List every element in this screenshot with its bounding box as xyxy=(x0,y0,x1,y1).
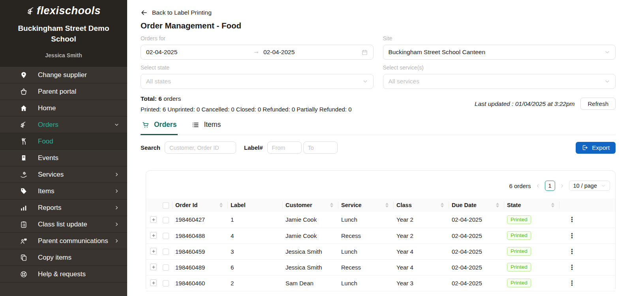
back-link[interactable]: Back to Label Printing xyxy=(141,9,212,16)
row-checkbox[interactable] xyxy=(163,264,169,271)
chevron-right-icon xyxy=(114,189,119,194)
row-checkbox[interactable] xyxy=(163,249,169,255)
state-breakdown: Printed: 6 Unprinted: 0 Cancelled: 0 Clo… xyxy=(141,106,352,113)
column-header[interactable]: Order Id xyxy=(172,198,227,212)
chevron-right-icon xyxy=(114,205,119,210)
search-label: Search xyxy=(141,144,160,151)
tag-icon xyxy=(19,187,28,195)
plus-icon xyxy=(151,281,156,285)
sidebar-item-label: Services xyxy=(38,171,64,179)
refresh-button[interactable]: Refresh xyxy=(580,98,616,110)
pagination-count: 6 orders xyxy=(509,183,531,189)
more-actions-icon[interactable]: ⋮ xyxy=(566,216,578,223)
sidebar-item[interactable]: Copy items xyxy=(0,249,127,266)
cell-order-id: 198460459 xyxy=(172,243,227,259)
label-to-input[interactable] xyxy=(303,141,338,154)
table-row: 198460489 6 Jessica Smith Recess Year 4 … xyxy=(146,259,615,275)
row-checkbox[interactable] xyxy=(163,280,169,287)
expand-row-button[interactable] xyxy=(150,264,157,270)
life-ring-icon xyxy=(19,270,28,278)
more-actions-icon[interactable]: ⋮ xyxy=(566,232,578,239)
site-field: Site Buckingham Street School Canteen xyxy=(383,30,616,60)
expand-row-button[interactable] xyxy=(150,216,157,223)
more-actions-icon[interactable]: ⋮ xyxy=(566,248,578,255)
expand-column-header xyxy=(146,198,160,212)
sort-icon[interactable] xyxy=(385,203,389,207)
sort-icon[interactable] xyxy=(220,203,223,207)
label-from-input[interactable] xyxy=(267,141,302,154)
column-header[interactable]: Customer xyxy=(282,198,338,212)
sidebar-item[interactable]: Change supplier xyxy=(0,67,127,83)
sidebar-item[interactable]: Services xyxy=(0,166,127,183)
select-all-checkbox[interactable] xyxy=(163,202,169,209)
services-select[interactable]: All services xyxy=(383,74,616,89)
tab[interactable]: Orders xyxy=(141,117,178,135)
tab[interactable]: Items xyxy=(190,117,222,135)
sidebar-item[interactable]: Home xyxy=(0,100,127,117)
date-from-input[interactable] xyxy=(146,49,253,56)
plus-icon xyxy=(151,217,156,222)
sort-icon[interactable] xyxy=(551,203,554,207)
cell-due-date: 02-04-2025 xyxy=(449,259,504,275)
sidebar-item[interactable]: Items xyxy=(0,183,127,200)
state-placeholder: All states xyxy=(146,78,171,85)
tab-label: Items xyxy=(204,121,221,129)
column-header[interactable]: State xyxy=(504,198,559,212)
date-range-picker[interactable] xyxy=(141,45,374,60)
expand-row-button[interactable] xyxy=(150,279,157,286)
sort-icon[interactable] xyxy=(441,203,444,207)
sidebar-item[interactable]: Reports xyxy=(0,200,127,216)
column-header[interactable]: Service xyxy=(338,198,393,212)
cell-customer: Jamie Cook xyxy=(282,228,338,243)
row-checkbox[interactable] xyxy=(163,217,169,223)
sidebar-item[interactable]: Events xyxy=(0,150,127,166)
cell-class: Year 2 xyxy=(393,228,449,243)
sidebar-item[interactable]: Help & requests xyxy=(0,266,127,283)
orders-for-field: Orders for xyxy=(141,30,374,60)
services-field: Select service(s) All services xyxy=(383,60,616,89)
orders-for-label: Orders for xyxy=(141,35,374,41)
search-input[interactable] xyxy=(165,141,236,154)
cell-service: Recess xyxy=(338,259,393,275)
cell-due-date: 02-04-2025 xyxy=(449,212,504,228)
sort-icon[interactable] xyxy=(330,203,333,207)
sidebar-item[interactable]: Parent portal xyxy=(0,83,127,100)
table-header-row: Order Id Label xyxy=(146,198,615,212)
column-header[interactable]: Due Date xyxy=(449,198,504,212)
current-page-button[interactable]: 1 xyxy=(545,181,555,191)
page-size-select[interactable]: 10 / page xyxy=(569,181,610,191)
chevron-right-icon[interactable] xyxy=(560,183,565,189)
flexischools-logo: flexischools xyxy=(6,5,122,17)
state-select[interactable]: All states xyxy=(141,74,374,89)
column-header-label: Service xyxy=(341,202,362,208)
more-actions-icon[interactable]: ⋮ xyxy=(566,279,578,287)
sidebar-item[interactable]: Orders xyxy=(0,117,127,133)
table-row: 198460488 4 Jamie Cook Recess Year 2 02-… xyxy=(146,228,615,243)
sidebar-item-label: Reports xyxy=(38,204,62,212)
export-button[interactable]: Export xyxy=(576,142,616,154)
app-root: flexischools Buckingham Street Demo Scho… xyxy=(0,0,644,296)
expand-row-button[interactable] xyxy=(150,232,157,239)
more-actions-icon[interactable]: ⋮ xyxy=(566,264,578,271)
hand-gear-icon xyxy=(19,171,28,179)
row-checkbox[interactable] xyxy=(163,233,169,239)
sidebar-item-label: Items xyxy=(38,187,54,195)
sort-icon[interactable] xyxy=(496,203,499,207)
expand-row-button[interactable] xyxy=(150,248,157,255)
back-label: Back to Label Printing xyxy=(152,9,212,16)
column-header-label: Label xyxy=(231,202,246,208)
clipboard-icon xyxy=(19,221,28,228)
sidebar-item[interactable]: Food xyxy=(0,133,127,150)
site-label: Site xyxy=(383,35,616,41)
sidebar-item[interactable]: Class list update xyxy=(0,216,127,233)
sidebar-item[interactable]: Parent communications xyxy=(0,233,127,249)
cell-customer: Jessica Smith xyxy=(282,259,338,275)
column-header[interactable]: Class xyxy=(393,198,449,212)
sidebar-item-label: Home xyxy=(38,104,56,112)
cell-service: Lunch xyxy=(338,212,393,228)
sidebar-item-label: Parent communications xyxy=(38,237,108,245)
date-to-input[interactable] xyxy=(263,49,311,56)
chevron-left-icon[interactable] xyxy=(535,183,541,189)
site-select[interactable]: Buckingham Street School Canteen xyxy=(383,45,616,60)
column-header[interactable]: Label xyxy=(227,198,282,212)
